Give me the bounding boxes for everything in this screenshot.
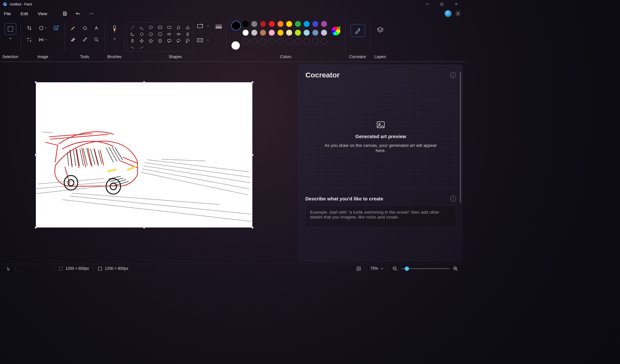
shape-fill-dropdown[interactable] bbox=[197, 37, 209, 43]
text-tool[interactable] bbox=[91, 23, 101, 33]
shape-curve-icon[interactable] bbox=[139, 25, 145, 30]
redo-button[interactable] bbox=[86, 9, 97, 18]
resize-button[interactable] bbox=[25, 35, 34, 45]
color-swatch[interactable] bbox=[269, 21, 275, 27]
shape-more-1-icon[interactable] bbox=[129, 45, 135, 51]
pencil-tool[interactable] bbox=[68, 23, 78, 33]
shape-oval-icon[interactable] bbox=[148, 25, 154, 30]
resize-handle-w[interactable] bbox=[35, 154, 36, 156]
color-swatch[interactable] bbox=[260, 30, 266, 36]
color-swatch[interactable] bbox=[321, 21, 327, 27]
color-swatch[interactable] bbox=[321, 30, 327, 36]
fit-to-window-button[interactable] bbox=[352, 264, 366, 273]
selection-dropdown[interactable] bbox=[5, 37, 16, 40]
custom-color-slot[interactable] bbox=[243, 38, 249, 45]
cocreator-toggle-button[interactable] bbox=[350, 24, 365, 37]
eraser-tool[interactable] bbox=[68, 35, 78, 45]
custom-color-slot[interactable] bbox=[251, 38, 258, 45]
panel-scrollbar[interactable] bbox=[460, 72, 461, 203]
shape-6star-icon[interactable] bbox=[157, 38, 163, 44]
resize-handle-ne[interactable] bbox=[252, 81, 253, 83]
custom-color-slot[interactable] bbox=[321, 38, 327, 45]
color-swatch[interactable] bbox=[312, 21, 319, 27]
save-button[interactable] bbox=[59, 9, 71, 18]
menu-view[interactable]: View bbox=[34, 9, 51, 19]
window-minimize-button[interactable] bbox=[420, 0, 435, 8]
color-swatch[interactable] bbox=[243, 21, 249, 27]
undo-button[interactable] bbox=[72, 9, 84, 18]
brushes-dropdown[interactable] bbox=[107, 21, 122, 40]
color-secondary[interactable] bbox=[231, 41, 240, 50]
fill-tool[interactable] bbox=[80, 23, 89, 33]
menu-edit[interactable]: Edit bbox=[17, 9, 32, 19]
image-generate-button[interactable] bbox=[52, 23, 61, 33]
magnifier-tool[interactable] bbox=[91, 35, 101, 45]
describe-input[interactable] bbox=[305, 206, 456, 228]
color-swatch[interactable] bbox=[295, 21, 301, 27]
color-swatch[interactable] bbox=[260, 21, 266, 27]
shape-pentagon-icon[interactable] bbox=[148, 31, 154, 37]
color-swatch[interactable] bbox=[304, 21, 310, 27]
settings-button[interactable] bbox=[455, 10, 461, 17]
color-swatch[interactable] bbox=[277, 30, 284, 36]
shape-right-triangle-icon[interactable] bbox=[129, 31, 135, 37]
shape-outline-dropdown[interactable] bbox=[197, 23, 209, 29]
color-swatch[interactable] bbox=[269, 30, 275, 36]
shape-arrow-up-icon[interactable] bbox=[185, 31, 191, 37]
custom-color-slot[interactable] bbox=[295, 38, 301, 45]
custom-color-slot[interactable] bbox=[286, 38, 293, 45]
resize-handle-se[interactable] bbox=[252, 227, 253, 228]
shape-polygon-icon[interactable] bbox=[176, 25, 181, 30]
shape-4star-icon[interactable] bbox=[139, 38, 145, 44]
cocreator-info-button[interactable]: i bbox=[450, 72, 456, 78]
shape-line-icon[interactable] bbox=[129, 25, 135, 30]
shape-callout-cloud-icon[interactable] bbox=[185, 38, 191, 44]
zoom-in-button[interactable] bbox=[453, 266, 459, 271]
custom-color-slot[interactable] bbox=[304, 38, 310, 45]
color-swatch[interactable] bbox=[295, 30, 301, 36]
color-primary[interactable] bbox=[231, 21, 241, 31]
window-close-button[interactable] bbox=[449, 0, 464, 8]
custom-color-slot[interactable] bbox=[269, 38, 275, 45]
zoom-out-button[interactable] bbox=[392, 266, 398, 271]
shape-5star-icon[interactable] bbox=[148, 38, 154, 44]
shape-triangle-icon[interactable] bbox=[185, 25, 191, 30]
shape-arrow-down-icon[interactable] bbox=[129, 38, 135, 44]
selection-tool[interactable] bbox=[3, 21, 18, 41]
menu-file[interactable]: File bbox=[0, 9, 15, 19]
color-swatch[interactable] bbox=[304, 30, 310, 36]
custom-color-slot[interactable] bbox=[277, 38, 284, 45]
custom-color-slot[interactable] bbox=[260, 38, 266, 45]
resize-handle-s[interactable] bbox=[143, 227, 145, 228]
rotate-button[interactable] bbox=[36, 23, 50, 33]
shapes-gallery[interactable] bbox=[127, 22, 193, 52]
edit-colors-button[interactable] bbox=[332, 27, 340, 35]
color-swatch[interactable] bbox=[312, 30, 319, 36]
resize-handle-e[interactable] bbox=[252, 154, 253, 156]
color-swatch[interactable] bbox=[286, 21, 293, 27]
shape-callout-oval-icon[interactable] bbox=[176, 38, 181, 44]
shape-diamond-icon[interactable] bbox=[139, 31, 145, 37]
user-avatar[interactable] bbox=[445, 10, 451, 17]
color-swatch[interactable] bbox=[277, 21, 284, 27]
zoom-slider[interactable] bbox=[401, 268, 450, 269]
describe-info-button[interactable]: i bbox=[450, 196, 456, 202]
line-width-dropdown[interactable] bbox=[214, 23, 223, 29]
custom-color-slot[interactable] bbox=[312, 38, 319, 45]
resize-handle-n[interactable] bbox=[143, 81, 145, 83]
shape-roundrect-icon[interactable] bbox=[166, 25, 172, 30]
shape-rect-icon[interactable] bbox=[157, 25, 163, 30]
color-swatch[interactable] bbox=[251, 21, 258, 27]
resize-handle-nw[interactable] bbox=[35, 81, 36, 83]
shape-callout-rect-icon[interactable] bbox=[166, 38, 172, 44]
zoom-dropdown[interactable]: 75% bbox=[366, 264, 388, 273]
shape-arrow-left-icon[interactable] bbox=[176, 31, 181, 37]
color-swatch[interactable] bbox=[251, 30, 258, 36]
window-maximize-button[interactable] bbox=[435, 0, 449, 8]
resize-handle-sw[interactable] bbox=[35, 227, 36, 228]
flip-button[interactable] bbox=[36, 35, 50, 45]
crop-button[interactable] bbox=[25, 23, 34, 33]
shape-hexagon-icon[interactable] bbox=[157, 31, 163, 37]
color-swatch[interactable] bbox=[286, 30, 293, 36]
shape-more-2-icon[interactable] bbox=[139, 45, 145, 51]
